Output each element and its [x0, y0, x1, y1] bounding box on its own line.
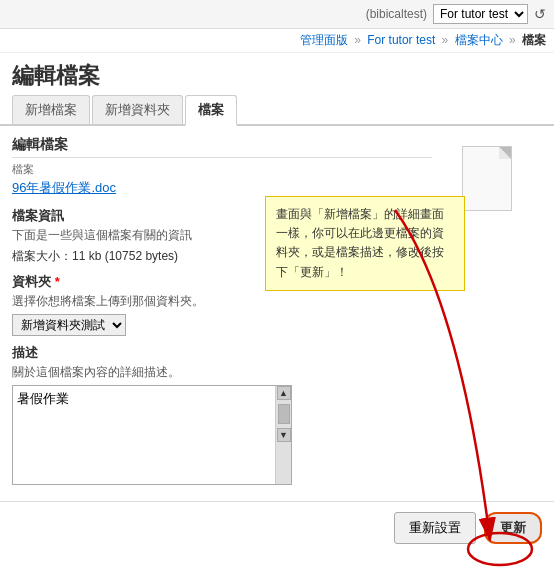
- desc-textarea[interactable]: 暑假作業: [13, 386, 275, 484]
- tab-new-file[interactable]: 新增檔案: [12, 95, 90, 124]
- file-size-label: 檔案大小：: [12, 249, 72, 263]
- desc-hint: 關於這個檔案內容的詳細描述。: [12, 364, 432, 381]
- file-label: 檔案: [12, 162, 432, 177]
- update-button[interactable]: 更新: [484, 512, 542, 544]
- scrollbar[interactable]: ▲ ▼: [275, 386, 291, 484]
- file-size-value: 11 kb (10752 bytes): [72, 249, 178, 263]
- edit-section-title: 編輯檔案: [12, 136, 432, 158]
- user-label: (bibicaltest): [366, 7, 427, 21]
- main-content: 編輯檔案 檔案 96年暑假作業.doc 檔案資訊 下面是一些與這個檔案有關的資訊…: [0, 136, 554, 493]
- refresh-icon[interactable]: ↺: [534, 6, 546, 22]
- folder-hint: 選擇你想將檔案上傳到那個資料夾。: [12, 293, 432, 310]
- left-panel: 編輯檔案 檔案 96年暑假作業.doc 檔案資訊 下面是一些與這個檔案有關的資訊…: [12, 136, 442, 493]
- scroll-thumb[interactable]: [278, 404, 290, 424]
- folder-dropdown[interactable]: 新增資料夾測試: [12, 314, 126, 336]
- tooltip-text: 畫面與「新增檔案」的詳細畫面一樣，你可以在此邊更檔案的資料夾，或是檔案描述，修改…: [276, 207, 444, 279]
- breadcrumb: 管理面版 » For tutor test » 檔案中心 » 檔案: [0, 29, 554, 53]
- bottom-bar: 重新設置 更新: [0, 501, 554, 554]
- breadcrumb-item-3[interactable]: 檔案中心: [455, 33, 503, 47]
- reset-button[interactable]: 重新設置: [394, 512, 476, 544]
- file-icon: [462, 146, 522, 216]
- file-icon-fold2: [499, 147, 511, 159]
- scroll-down-arrow[interactable]: ▼: [277, 428, 291, 442]
- file-link[interactable]: 96年暑假作業.doc: [12, 179, 432, 197]
- file-icon-body: [462, 146, 512, 211]
- separator-1: »: [354, 33, 361, 47]
- right-panel: [442, 136, 542, 493]
- tab-file[interactable]: 檔案: [185, 95, 237, 126]
- tooltip-box: 畫面與「新增檔案」的詳細畫面一樣，你可以在此邊更檔案的資料夾，或是檔案描述，修改…: [265, 196, 465, 291]
- tab-new-folder[interactable]: 新增資料夾: [92, 95, 183, 124]
- top-bar: (bibicaltest) For tutor test ↺: [0, 0, 554, 29]
- breadcrumb-current: 檔案: [522, 33, 546, 47]
- desc-label: 描述: [12, 344, 432, 362]
- scroll-up-arrow[interactable]: ▲: [277, 386, 291, 400]
- site-selector[interactable]: For tutor test: [433, 4, 528, 24]
- desc-textarea-wrap: 暑假作業 ▲ ▼: [12, 385, 292, 485]
- separator-3: »: [509, 33, 516, 47]
- separator-2: »: [442, 33, 449, 47]
- breadcrumb-item-1[interactable]: 管理面版: [300, 33, 348, 47]
- breadcrumb-item-2[interactable]: For tutor test: [367, 33, 435, 47]
- tab-bar: 新增檔案 新增資料夾 檔案: [0, 95, 554, 126]
- required-star: *: [55, 274, 60, 289]
- desc-section: 描述 關於這個檔案內容的詳細描述。 暑假作業 ▲ ▼: [12, 344, 432, 485]
- page-title: 編輯檔案: [0, 53, 554, 95]
